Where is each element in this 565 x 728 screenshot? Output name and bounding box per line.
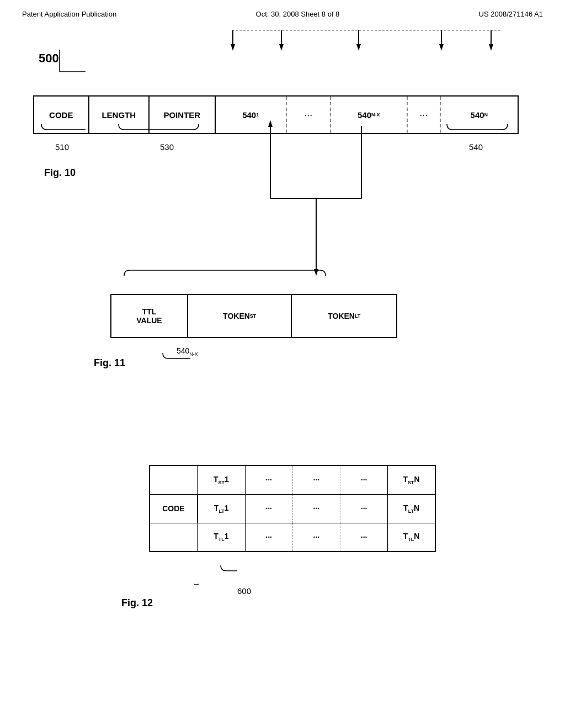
table-row: TST1 ··· ··· ··· TSTN bbox=[150, 465, 435, 494]
cell-dots-2a: ··· bbox=[245, 494, 292, 523]
label-500: 500 bbox=[39, 51, 59, 66]
cell-tstn: TSTN bbox=[388, 465, 435, 494]
label-530: 530 bbox=[160, 142, 174, 152]
cell-dots-3b: ··· bbox=[292, 523, 340, 552]
cell-dots-1b: ··· bbox=[292, 465, 340, 494]
fig10-caption: Fig. 10 bbox=[44, 167, 76, 179]
cell-pointer: POINTER bbox=[150, 97, 215, 133]
cell-token-st: TOKENST bbox=[188, 295, 292, 337]
cell-length: LENGTH bbox=[89, 97, 150, 133]
fig11-table: TTLVALUE TOKENST TOKENLT bbox=[110, 294, 397, 338]
page-header: Patent Application Publication Oct. 30, … bbox=[0, 0, 565, 24]
label-600: 600 bbox=[237, 586, 251, 596]
fig10-table: CODE LENGTH POINTER 5401 ··· 540N-X ··· … bbox=[33, 95, 519, 134]
label-510: 510 bbox=[55, 142, 69, 152]
fig11-caption: Fig. 11 bbox=[94, 357, 125, 369]
cell-dots-1a: ··· bbox=[245, 465, 292, 494]
cell-gap1: ··· bbox=[287, 97, 331, 133]
header-right: US 2008/271146 A1 bbox=[479, 10, 543, 18]
cell-540-n: 540N bbox=[441, 97, 518, 133]
cell-code-fig12: CODE bbox=[150, 494, 198, 523]
cell-dots-2c: ··· bbox=[340, 494, 388, 523]
table-row: CODE TLT1 ··· ··· ··· TLTN bbox=[150, 494, 435, 523]
header-middle: Oct. 30, 2008 Sheet 8 of 8 bbox=[256, 10, 340, 18]
cell-code: CODE bbox=[34, 97, 89, 133]
cell-dots-3a: ··· bbox=[245, 523, 292, 552]
table-row: TTL1 ··· ··· ··· TTLN bbox=[150, 523, 435, 552]
cell-dots-1c: ··· bbox=[340, 465, 388, 494]
cell-empty-3 bbox=[150, 523, 198, 552]
label-540nx-fig11: 540N-X bbox=[177, 346, 198, 357]
cell-ttl1: TTL1 bbox=[198, 523, 245, 552]
header-left: Patent Application Publication bbox=[22, 10, 116, 18]
fig12-area: TST1 ··· ··· ··· TSTN CODE TLT1 ··· ··· … bbox=[149, 465, 452, 552]
cell-ttl-value: TTLVALUE bbox=[111, 295, 188, 337]
cell-tlt1: TLT1 bbox=[198, 494, 245, 523]
cell-dots-2b: ··· bbox=[292, 494, 340, 523]
cell-540-1: 5401 bbox=[216, 97, 287, 133]
cell-dots-3c: ··· bbox=[340, 523, 388, 552]
fig12-caption: Fig. 12 bbox=[121, 597, 153, 609]
cell-ttln: TTLN bbox=[388, 523, 435, 552]
cell-tltn: TLTN bbox=[388, 494, 435, 523]
cell-empty-1 bbox=[150, 465, 198, 494]
cell-tst1: TST1 bbox=[198, 465, 245, 494]
cell-gap2: ··· bbox=[408, 97, 441, 133]
label-540: 540 bbox=[469, 142, 483, 152]
bracket-600: ⌣ bbox=[193, 578, 200, 590]
main-content: 500 CODE LENGTH POINTER 5401 ··· 540N-X … bbox=[0, 24, 565, 724]
cell-540-nx: 540N-X bbox=[331, 97, 408, 133]
cell-token-lt: TOKENLT bbox=[292, 295, 396, 337]
fig12-table: TST1 ··· ··· ··· TSTN CODE TLT1 ··· ··· … bbox=[149, 465, 436, 552]
